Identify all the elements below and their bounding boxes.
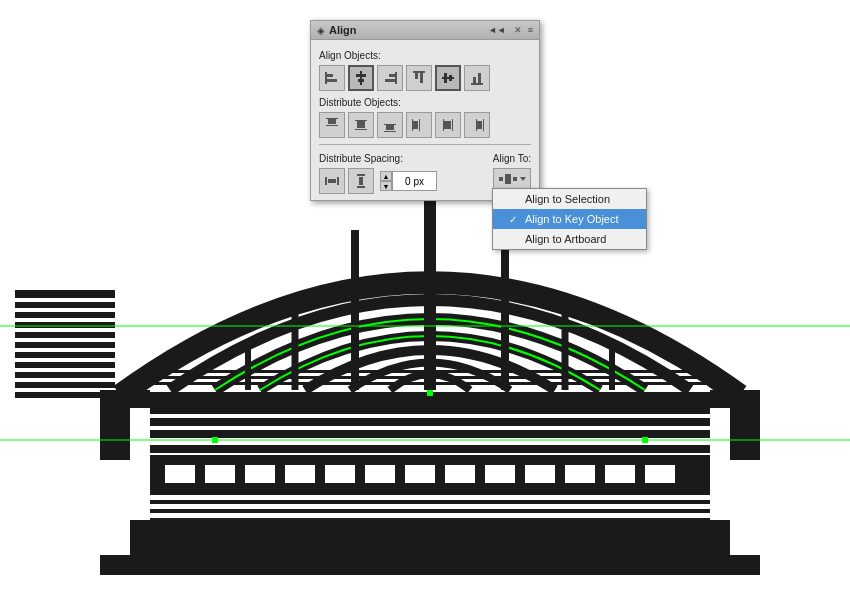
svg-rect-98 — [505, 174, 511, 184]
svg-rect-5 — [15, 332, 115, 338]
svg-rect-19 — [285, 465, 315, 483]
dist-center-h-button[interactable] — [348, 112, 374, 138]
svg-rect-71 — [473, 77, 476, 83]
dist-spacing-v-button[interactable] — [348, 168, 374, 194]
svg-rect-66 — [420, 73, 423, 83]
svg-rect-55 — [325, 72, 327, 84]
svg-rect-9 — [15, 372, 115, 378]
svg-rect-13 — [130, 520, 730, 558]
align-objects-label: Align Objects: — [319, 50, 531, 61]
svg-rect-6 — [15, 342, 115, 348]
svg-rect-27 — [605, 465, 635, 483]
spacing-input-group: ▲ ▼ — [380, 171, 437, 191]
svg-rect-26 — [565, 465, 595, 483]
panel-title-text: Align — [329, 24, 357, 36]
svg-rect-76 — [355, 120, 367, 121]
spacing-value-input[interactable] — [392, 171, 437, 191]
align-to-selection-item[interactable]: Align to Selection — [493, 189, 646, 209]
align-to-dropdown[interactable] — [493, 168, 531, 190]
panel-close-button[interactable]: ✕ — [512, 24, 524, 36]
align-left-button[interactable] — [319, 65, 345, 91]
align-panel: ◈ Align ◄◄ ✕ ≡ Align Objects: — [310, 20, 540, 201]
spin-down-button[interactable]: ▼ — [380, 181, 392, 191]
svg-rect-87 — [444, 121, 451, 129]
svg-rect-18 — [245, 465, 275, 483]
svg-rect-82 — [412, 119, 413, 131]
svg-rect-80 — [384, 131, 396, 132]
svg-rect-25 — [525, 465, 555, 483]
svg-rect-1 — [15, 290, 115, 298]
align-to-dropdown-menu: Align to Selection ✓ Align to Key Object… — [492, 188, 647, 250]
svg-rect-7 — [15, 352, 115, 358]
svg-rect-10 — [15, 382, 115, 388]
align-center-horizontal-button[interactable] — [348, 65, 374, 91]
svg-rect-21 — [365, 465, 395, 483]
align-to-artboard-item[interactable]: Align to Artboard — [493, 229, 646, 249]
align-panel-icon: ◈ — [317, 25, 325, 36]
svg-rect-65 — [415, 73, 418, 79]
svg-rect-50 — [130, 495, 730, 500]
panel-titlebar[interactable]: ◈ Align ◄◄ ✕ ≡ — [311, 21, 539, 40]
distribute-spacing-section: Distribute Spacing: ▲ ▼ — [319, 149, 437, 194]
panel-controls: ◄◄ ✕ ≡ — [486, 24, 533, 36]
svg-rect-30 — [150, 430, 710, 438]
dist-bottom-button[interactable] — [377, 112, 403, 138]
dist-spacing-h-button[interactable] — [319, 168, 345, 194]
distribute-spacing-label: Distribute Spacing: — [319, 153, 437, 164]
svg-rect-85 — [443, 119, 444, 131]
dist-center-v-button[interactable] — [435, 112, 461, 138]
align-to-key-object-item[interactable]: ✓ Align to Key Object — [493, 209, 646, 229]
align-top-button[interactable] — [406, 65, 432, 91]
svg-rect-77 — [355, 129, 367, 130]
align-to-selection-label: Align to Selection — [525, 193, 610, 205]
svg-rect-49 — [730, 390, 760, 460]
svg-rect-75 — [328, 119, 336, 124]
dist-spacing-buttons — [319, 168, 374, 194]
svg-rect-62 — [389, 74, 395, 77]
svg-rect-39 — [427, 390, 433, 396]
align-center-vertical-button[interactable] — [435, 65, 461, 91]
svg-rect-91 — [325, 177, 327, 185]
align-bottom-button[interactable] — [464, 65, 490, 91]
panel-title-area: ◈ Align — [317, 24, 357, 36]
svg-rect-74 — [326, 125, 338, 126]
svg-rect-90 — [477, 121, 482, 129]
svg-rect-3 — [15, 312, 115, 318]
dist-left-button[interactable] — [406, 112, 432, 138]
svg-rect-79 — [384, 124, 396, 125]
svg-rect-16 — [165, 465, 195, 483]
spacing-row: ▲ ▼ — [319, 168, 437, 194]
svg-rect-64 — [413, 71, 425, 73]
align-right-button[interactable] — [377, 65, 403, 91]
svg-rect-8 — [15, 362, 115, 368]
svg-rect-17 — [205, 465, 235, 483]
svg-rect-60 — [358, 79, 364, 82]
svg-rect-78 — [357, 121, 365, 128]
svg-rect-51 — [130, 504, 730, 509]
panel-collapse-button[interactable]: ◄◄ — [486, 24, 508, 36]
svg-rect-22 — [405, 465, 435, 483]
spinner-buttons: ▲ ▼ — [380, 171, 392, 191]
svg-rect-92 — [337, 177, 339, 185]
panel-menu-button[interactable]: ≡ — [528, 25, 533, 35]
align-to-artboard-label: Align to Artboard — [525, 233, 606, 245]
svg-rect-58 — [360, 71, 362, 85]
distribute-objects-row — [319, 112, 531, 138]
svg-rect-61 — [395, 72, 397, 84]
svg-rect-28 — [645, 465, 675, 483]
svg-rect-63 — [385, 79, 395, 82]
svg-rect-57 — [327, 79, 337, 82]
svg-rect-72 — [478, 73, 481, 83]
align-to-key-object-label: Align to Key Object — [525, 213, 619, 225]
dist-right-button[interactable] — [464, 112, 490, 138]
svg-rect-73 — [326, 118, 338, 119]
panel-body: Align Objects: — [311, 40, 539, 200]
spin-up-button[interactable]: ▲ — [380, 171, 392, 181]
svg-rect-31 — [150, 418, 710, 426]
panel-divider — [319, 144, 531, 145]
svg-rect-83 — [419, 119, 420, 131]
dist-top-button[interactable] — [319, 112, 345, 138]
align-to-label: Align To: — [493, 153, 531, 164]
svg-rect-94 — [357, 174, 365, 176]
svg-rect-88 — [476, 119, 477, 131]
